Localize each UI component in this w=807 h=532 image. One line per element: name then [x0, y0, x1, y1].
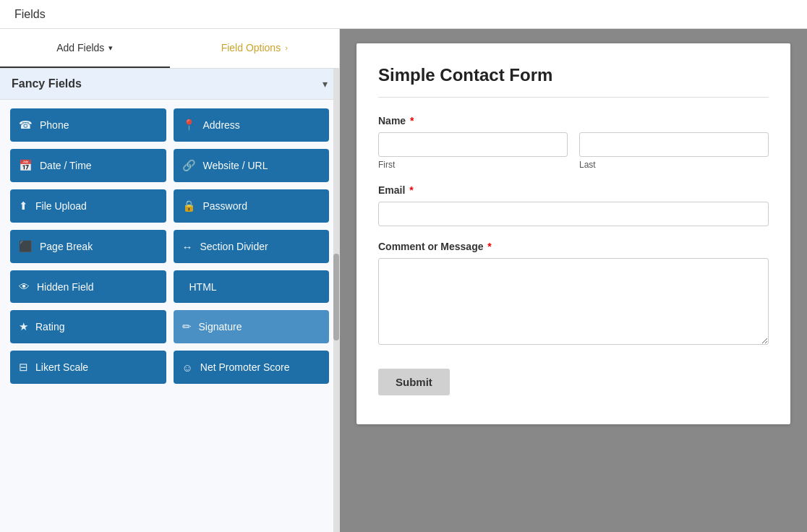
scrollbar-thumb[interactable] [333, 254, 339, 340]
field-btn-label: File Upload [35, 200, 87, 212]
field-btn-likert-scale[interactable]: ⊟Likert Scale [10, 351, 166, 384]
form-field-email: Email * [378, 184, 769, 226]
field-btn-label: Rating [35, 321, 64, 332]
name-last-col: Last [579, 132, 769, 170]
field-btn-label: Section Divider [200, 241, 268, 252]
header-title: Fields [14, 8, 46, 21]
name-label: Name * [378, 115, 769, 126]
page-break-icon: ⬛ [19, 240, 33, 253]
phone-icon: ☎ [19, 119, 33, 132]
top-header: Fields [0, 0, 807, 29]
password-icon: 🔒 [182, 200, 196, 213]
submit-button[interactable]: Submit [378, 369, 450, 395]
email-input[interactable] [378, 202, 769, 226]
field-btn-address[interactable]: 📍Address [174, 108, 330, 142]
tab-add-fields-label: Add Fields [56, 42, 104, 53]
name-row: First Last [378, 132, 769, 170]
rating-icon: ★ [19, 320, 28, 333]
comment-label: Comment or Message * [378, 241, 769, 252]
field-btn-section-divider[interactable]: ↔Section Divider [174, 230, 330, 263]
field-btn-label: Likert Scale [35, 361, 88, 373]
name-first-input[interactable] [378, 132, 568, 157]
form-field-comment: Comment or Message * [378, 241, 769, 347]
tab-field-options[interactable]: Field Options › [170, 29, 340, 68]
date-time-icon: 📅 [19, 159, 33, 172]
tab-add-fields[interactable]: Add Fields ▾ [0, 29, 170, 68]
field-btn-rating[interactable]: ★Rating [10, 310, 166, 343]
section-divider-icon: ↔ [182, 241, 193, 253]
field-btn-label: Date / Time [40, 160, 92, 171]
field-btn-label: Signature [199, 321, 242, 332]
name-first-label: First [378, 160, 568, 170]
hidden-field-icon: 👁 [19, 280, 30, 293]
form-divider [378, 97, 769, 98]
field-btn-signature[interactable]: ✏Signature [174, 310, 330, 343]
fancy-fields-header[interactable]: Fancy Fields ▾ [0, 69, 339, 100]
field-btn-net-promoter-score[interactable]: ☺Net Promoter Score [174, 351, 330, 384]
form-title: Simple Contact Form [378, 65, 769, 85]
nps-icon: ☺ [182, 361, 193, 374]
field-btn-label: Hidden Field [37, 281, 94, 293]
field-btn-hidden-field[interactable]: 👁Hidden Field [10, 270, 166, 303]
field-btn-website-url[interactable]: 🔗Website / URL [174, 149, 330, 182]
right-panel: Simple Contact Form Name * First Last [340, 29, 807, 532]
field-btn-html[interactable]: HTML [174, 270, 330, 303]
main-layout: Add Fields ▾ Field Options › Fancy Field… [0, 29, 807, 532]
field-btn-page-break[interactable]: ⬛Page Break [10, 230, 166, 263]
signature-icon: ✏ [182, 320, 192, 333]
tab-field-options-label: Field Options [221, 42, 281, 53]
website-icon: 🔗 [182, 159, 196, 172]
fancy-fields-label: Fancy Fields [12, 77, 82, 90]
name-first-col: First [378, 132, 568, 170]
likert-scale-icon: ⊟ [19, 361, 28, 374]
form-card: Simple Contact Form Name * First Last [356, 43, 790, 424]
scrollbar-track[interactable] [333, 69, 339, 532]
field-btn-label: Phone [40, 119, 69, 131]
field-btn-label: Password [203, 200, 247, 212]
field-btn-date-time[interactable]: 📅Date / Time [10, 149, 166, 182]
fields-grid: ☎Phone📍Address📅Date / Time🔗Website / URL… [10, 108, 329, 384]
tab-field-options-chevron: › [285, 43, 288, 52]
fancy-fields-chevron: ▾ [323, 78, 328, 90]
field-btn-label: Address [203, 119, 240, 131]
field-btn-label: Net Promoter Score [200, 361, 290, 373]
tabs-row: Add Fields ▾ Field Options › [0, 29, 339, 69]
field-btn-label: HTML [189, 281, 217, 293]
tab-add-fields-chevron: ▾ [108, 43, 113, 53]
file-upload-icon: ⬆ [19, 200, 28, 213]
name-last-input[interactable] [579, 132, 769, 157]
form-field-name: Name * First Last [378, 115, 769, 170]
address-icon: 📍 [182, 119, 196, 132]
field-btn-label: Website / URL [203, 160, 268, 171]
field-btn-file-upload[interactable]: ⬆File Upload [10, 189, 166, 223]
fields-scroll: ☎Phone📍Address📅Date / Time🔗Website / URL… [0, 100, 339, 532]
email-label: Email * [378, 184, 769, 196]
field-btn-phone[interactable]: ☎Phone [10, 108, 166, 142]
left-panel: Add Fields ▾ Field Options › Fancy Field… [0, 29, 340, 532]
comment-textarea[interactable] [378, 258, 769, 345]
field-btn-password[interactable]: 🔒Password [174, 189, 330, 223]
name-last-label: Last [579, 160, 769, 170]
field-btn-label: Page Break [40, 241, 93, 252]
